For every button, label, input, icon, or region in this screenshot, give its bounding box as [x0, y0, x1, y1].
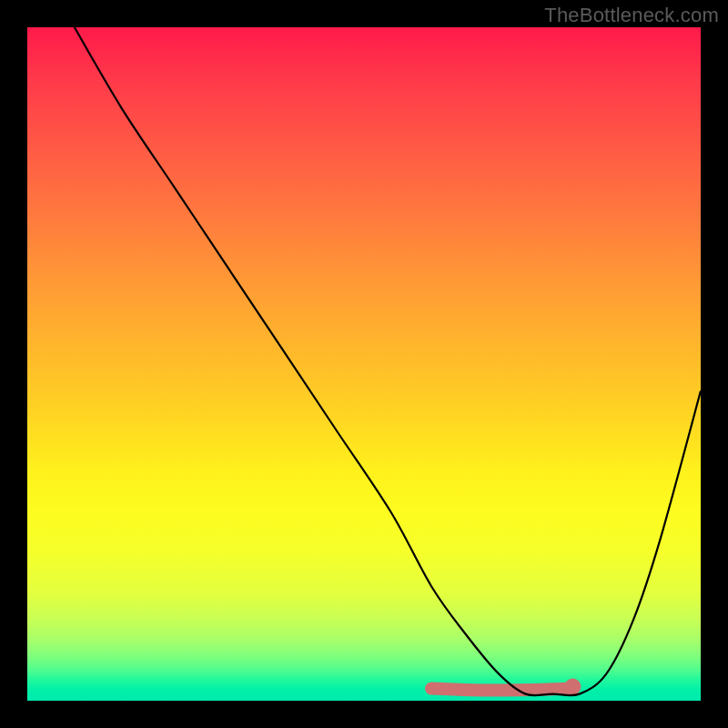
minimum-highlight [431, 689, 572, 691]
plot-area [27, 27, 701, 701]
chart-container: TheBottleneck.com [0, 0, 728, 728]
curve-svg [27, 27, 701, 701]
minimum-marker [564, 679, 581, 695]
bottleneck-curve [75, 27, 701, 695]
attribution-text: TheBottleneck.com [544, 4, 719, 27]
